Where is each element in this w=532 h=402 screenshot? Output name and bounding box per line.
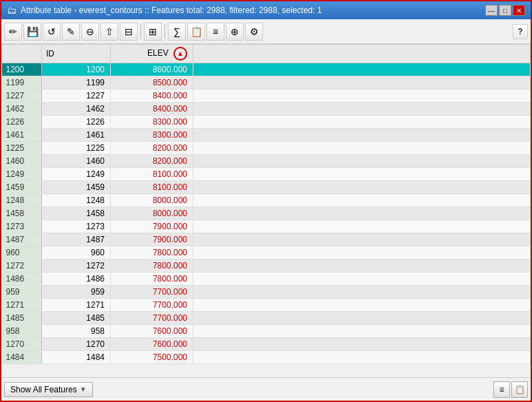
- toolbar: ✏ 💾 ↺ ✎ ⊖ ⇧ ⊟ ⊞ ∑ 📋 ≡ ⊕ ⚙ ?: [1, 19, 531, 44]
- elev-cell: 8300.000: [111, 116, 193, 129]
- column-header-elev[interactable]: ELEV ▲: [111, 45, 193, 63]
- row-number-cell: 1200: [2, 63, 42, 76]
- maximize-button[interactable]: □: [499, 5, 511, 16]
- table-row[interactable]: 9589587600.000: [2, 325, 531, 338]
- reload-button[interactable]: ↺: [43, 23, 61, 41]
- table-row[interactable]: 146114618300.000: [2, 129, 531, 142]
- elev-cell: 7600.000: [111, 325, 193, 338]
- elev-cell: 7900.000: [111, 233, 193, 246]
- table-row[interactable]: 127212727800.000: [2, 260, 531, 273]
- elev-cell: 8200.000: [111, 142, 193, 155]
- table-row[interactable]: 127012707600.000: [2, 338, 531, 351]
- table-row[interactable]: 148514857700.000: [2, 312, 531, 325]
- help-button[interactable]: ?: [513, 24, 528, 39]
- table-row[interactable]: 122712278400.000: [2, 89, 531, 103]
- extra-cell: [193, 299, 531, 312]
- expand-button[interactable]: ⊕: [226, 23, 244, 41]
- id-cell: 960: [42, 246, 111, 260]
- elev-cell: 8500.000: [111, 76, 193, 89]
- show-all-features-button[interactable]: Show All Features ▼: [4, 382, 93, 397]
- elev-cell: 8600.000: [111, 63, 193, 76]
- elev-cell: 7700.000: [111, 312, 193, 325]
- table-row[interactable]: 127112717700.000: [2, 299, 531, 312]
- title-bar: 🗂 Attribute table - everest_contours :: …: [1, 1, 531, 19]
- show-all-arrow-icon: ▼: [80, 385, 87, 393]
- edit-pencil-button[interactable]: ✏: [4, 23, 22, 41]
- extra-cell: [193, 325, 531, 338]
- extra-cell: [193, 155, 531, 168]
- close-button[interactable]: ✕: [513, 5, 525, 16]
- elev-cell: 7700.000: [111, 299, 193, 312]
- elev-cell: 8200.000: [111, 155, 193, 168]
- elev-cell: 8300.000: [111, 129, 193, 142]
- elev-cell: 7800.000: [111, 273, 193, 286]
- extra-cell: [193, 273, 531, 286]
- table-row[interactable]: 119911998500.000: [2, 76, 531, 89]
- select-features-button[interactable]: ✎: [62, 23, 80, 41]
- table-row[interactable]: 124812488000.000: [2, 194, 531, 207]
- extra-cell: [193, 246, 531, 260]
- id-cell: 1272: [42, 260, 111, 273]
- table-row[interactable]: 148714877900.000: [2, 233, 531, 246]
- open-field-calc-button[interactable]: ∑: [168, 23, 186, 41]
- id-cell: 1227: [42, 89, 111, 103]
- table-row[interactable]: 9599597700.000: [2, 286, 531, 299]
- elev-cell: 7800.000: [111, 260, 193, 273]
- table-row[interactable]: 145914598100.000: [2, 181, 531, 194]
- minimize-button[interactable]: —: [485, 5, 498, 16]
- id-cell: 1270: [42, 338, 111, 351]
- remove-selection-button[interactable]: ⊖: [81, 23, 99, 41]
- table-row[interactable]: 146214628400.000: [2, 103, 531, 116]
- table-row[interactable]: 9609607800.000: [2, 246, 531, 260]
- title-buttons: — □ ✕: [485, 5, 525, 16]
- id-cell: 1487: [42, 233, 111, 246]
- save-floppy-button[interactable]: 💾: [23, 23, 41, 41]
- id-cell: 959: [42, 286, 111, 299]
- table-row[interactable]: 122512258200.000: [2, 142, 531, 155]
- invert-selection-button[interactable]: ⊟: [120, 23, 138, 41]
- extra-cell: [193, 89, 531, 103]
- extra-cell: [193, 103, 531, 116]
- elev-cell: 7800.000: [111, 246, 193, 260]
- id-cell: 1200: [42, 63, 111, 76]
- column-header-id[interactable]: ID: [42, 45, 111, 63]
- row-number-cell: 1462: [2, 103, 42, 116]
- row-number-cell: 1485: [2, 312, 42, 325]
- move-selected-button[interactable]: ⇧: [100, 23, 118, 41]
- show-all-label: Show All Features: [10, 385, 77, 394]
- conditional-format-button[interactable]: 📋: [187, 23, 205, 41]
- window-title: Attribute table - everest_contours :: Fe…: [21, 6, 322, 15]
- row-number-cell: 1271: [2, 299, 42, 312]
- row-number-cell: 1273: [2, 220, 42, 233]
- row-number-cell: 1199: [2, 76, 42, 89]
- select-by-expression-button[interactable]: ⊞: [144, 23, 162, 41]
- manage-columns-button[interactable]: ≡: [206, 23, 224, 41]
- actions-button[interactable]: ⚙: [245, 23, 263, 41]
- bottom-bar: Show All Features ▼ ≡ 📋: [1, 377, 531, 401]
- extra-cell: [193, 233, 531, 246]
- table-row[interactable]: 146014608200.000: [2, 155, 531, 168]
- elev-cell: 7700.000: [111, 286, 193, 299]
- id-cell: 1249: [42, 168, 111, 181]
- row-number-cell: 1226: [2, 116, 42, 129]
- id-cell: 1225: [42, 142, 111, 155]
- elev-cell: 8000.000: [111, 194, 193, 207]
- table-row[interactable]: 120012008600.000: [2, 63, 531, 76]
- form-view-button[interactable]: 📋: [511, 381, 528, 398]
- column-header-extra: [193, 45, 531, 63]
- extra-cell: [193, 194, 531, 207]
- table-scroll[interactable]: ID ELEV ▲ 120012008600.000119911998500.0…: [1, 44, 531, 377]
- table-container: ID ELEV ▲ 120012008600.000119911998500.0…: [1, 44, 531, 377]
- table-row[interactable]: 148614867800.000: [2, 273, 531, 286]
- id-cell: 1248: [42, 194, 111, 207]
- row-number-cell: 1486: [2, 273, 42, 286]
- table-row[interactable]: 127312737900.000: [2, 220, 531, 233]
- table-row[interactable]: 145814588000.000: [2, 207, 531, 220]
- id-cell: 1486: [42, 273, 111, 286]
- table-row[interactable]: 122612268300.000: [2, 116, 531, 129]
- row-number-cell: 1270: [2, 338, 42, 351]
- table-row[interactable]: 124912498100.000: [2, 168, 531, 181]
- extra-cell: [193, 207, 531, 220]
- table-row[interactable]: 148414847500.000: [2, 351, 531, 364]
- table-view-button[interactable]: ≡: [493, 381, 510, 398]
